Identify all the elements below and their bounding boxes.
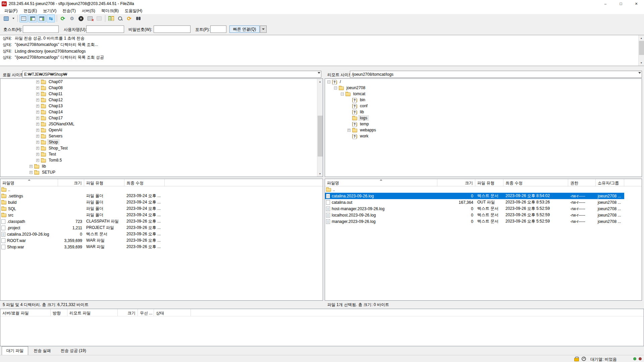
file-row[interactable]: .settings파일 폴더2023-09-24 오후 ... [0, 193, 165, 199]
expander-plus-icon[interactable]: + [36, 123, 39, 126]
tree-item[interactable]: −tomcat [325, 91, 642, 97]
tree-item[interactable]: +Shop_Test [0, 145, 323, 151]
menu-item[interactable]: 편집(E) [20, 7, 40, 14]
file-row[interactable]: src파일 폴더2023-09-24 오후 ... [0, 212, 165, 218]
column-header[interactable]: 파일 유형 [475, 179, 503, 186]
chevron-down-icon[interactable] [638, 72, 641, 74]
username-input[interactable] [86, 25, 124, 33]
tree-item[interactable]: +Chap14 [0, 109, 323, 115]
port-input[interactable] [210, 25, 226, 33]
expander-plus-icon[interactable]: + [36, 80, 39, 83]
file-row[interactable]: host-manager.2023-09-26.log0텍스트 문서2023-0… [325, 205, 624, 212]
tree-item[interactable]: +SETUP [0, 169, 323, 175]
expander-plus-icon[interactable]: + [30, 171, 33, 174]
tree-item[interactable]: +Shop [0, 139, 323, 145]
tree-item[interactable]: +Servers [0, 133, 323, 139]
tree-item[interactable]: −joeun2708 [325, 85, 642, 91]
scrollbar-thumb[interactable] [318, 116, 323, 157]
tree-item[interactable]: +Chap13 [0, 103, 323, 109]
expander-plus-icon[interactable]: + [347, 129, 351, 132]
close-button[interactable] [629, 0, 644, 7]
toggle-remote-tree-button[interactable] [38, 14, 46, 22]
queue-column-header[interactable]: 상태 [154, 309, 191, 316]
queue-column-header[interactable]: 서버/로컬 파일 [0, 309, 51, 316]
message-log-scrollbar[interactable]: ▲ ▼ [638, 35, 644, 66]
file-row[interactable]: localhost.2023-09-26.log0텍스트 문서2023-09-2… [325, 212, 624, 218]
expander-plus-icon[interactable]: + [36, 99, 39, 102]
toggle-message-log-button[interactable] [19, 14, 28, 22]
host-input[interactable] [23, 25, 59, 33]
local-tree-scrollbar[interactable]: ▲ ▼ [317, 79, 323, 177]
cancel-button[interactable] [77, 14, 85, 22]
menu-item[interactable]: 북마크(B) [98, 7, 122, 14]
expander-minus-icon[interactable]: − [334, 86, 337, 89]
tree-item[interactable]: −/ [325, 79, 642, 85]
queue-column-header[interactable]: 방향 [51, 309, 67, 316]
tree-item[interactable]: conf [325, 103, 642, 109]
maximize-button[interactable] [613, 0, 629, 7]
tree-item[interactable]: +Tom8.5 [0, 157, 323, 163]
reconnect-button[interactable] [95, 14, 103, 22]
site-manager-dropdown-button[interactable] [11, 14, 16, 22]
tree-item[interactable]: +Chap17 [0, 115, 323, 121]
column-header[interactable]: 권한 [568, 179, 596, 186]
column-header[interactable]: 파일명 [0, 179, 58, 186]
filename-filters-button[interactable] [116, 14, 124, 22]
column-header[interactable]: 파일 유형 [84, 179, 124, 186]
scroll-down-icon[interactable]: ▼ [639, 60, 644, 66]
site-manager-button[interactable] [2, 14, 10, 22]
expander-plus-icon[interactable]: + [36, 147, 39, 150]
file-row[interactable]: catalina.2023-09-26.log0텍스트 문서2023-09-26… [325, 193, 624, 199]
tree-item[interactable]: lib [325, 109, 642, 115]
queue-tab[interactable]: 전송 성공 (19) [56, 347, 91, 355]
tree-item[interactable]: +Chap08 [0, 85, 323, 91]
quickconnect-button[interactable]: 빠른 연결(Q) [229, 25, 260, 33]
tree-item[interactable]: +JSONandXML [0, 121, 323, 127]
local-site-combo[interactable]: E:₩TJE₩JSP₩Shop₩ [22, 71, 321, 78]
disconnect-button[interactable] [86, 14, 94, 22]
expander-plus-icon[interactable]: + [36, 93, 39, 96]
queue-column-header[interactable]: 리모트 파일 [67, 309, 118, 316]
tree-item[interactable]: +Chap12 [0, 97, 323, 103]
password-input[interactable] [154, 25, 191, 33]
chevron-down-icon[interactable] [318, 72, 320, 74]
tree-item[interactable]: logs [325, 115, 642, 121]
tree-item[interactable]: bin [325, 97, 642, 103]
column-header[interactable]: 소유자/그룹 [596, 179, 624, 186]
synchronized-browsing-button[interactable] [125, 14, 133, 22]
column-header[interactable]: 최종 수정 [503, 179, 568, 186]
queue-column-header[interactable]: 우선 ... [138, 309, 154, 316]
expander-plus-icon[interactable]: + [36, 141, 39, 144]
expander-plus-icon[interactable]: + [36, 111, 39, 114]
file-row[interactable]: catalina.2023-09-26.log0텍스트 문서2023-09-26… [0, 231, 165, 237]
tree-item[interactable]: temp [325, 121, 642, 127]
menu-item[interactable]: 서버(S) [79, 7, 98, 14]
expander-plus-icon[interactable]: + [36, 129, 39, 132]
directory-comparison-button[interactable] [107, 14, 115, 22]
scroll-up-icon[interactable]: ▲ [317, 79, 323, 84]
expander-minus-icon[interactable]: − [327, 80, 330, 83]
remote-site-combo[interactable]: /joeun2708/tomcat/logs [350, 71, 642, 78]
toggle-transfer-queue-button[interactable] [47, 14, 55, 22]
column-header[interactable]: 파일명 [325, 179, 437, 186]
menu-item[interactable]: 전송(T) [59, 7, 78, 14]
file-search-button[interactable] [134, 14, 143, 22]
scroll-up-icon[interactable]: ▲ [639, 35, 644, 41]
file-row[interactable]: .project1,211PROJECT 파일2023-09-26 오후 ... [0, 225, 165, 231]
quickconnect-dropdown-button[interactable] [260, 25, 267, 33]
menu-item[interactable]: 보기(V) [40, 7, 59, 14]
expander-minus-icon[interactable]: − [341, 93, 344, 96]
queue-tab[interactable]: 전송 실패 [29, 347, 55, 355]
tree-item[interactable]: +webapps [325, 127, 642, 133]
toggle-local-tree-button[interactable] [29, 14, 37, 22]
tree-item[interactable]: work [325, 133, 642, 139]
expander-plus-icon[interactable]: + [36, 135, 39, 138]
column-header[interactable]: 최종 수정 [124, 179, 165, 186]
expander-plus-icon[interactable]: + [36, 86, 39, 89]
menu-item[interactable]: 도움말(H) [122, 7, 146, 14]
scrollbar-thumb[interactable] [639, 41, 644, 55]
column-header[interactable]: 크기 [58, 179, 84, 186]
file-row[interactable]: catalina.out167,364OUT 파일2023-09-26 오후 8… [325, 199, 624, 205]
expander-plus-icon[interactable]: + [30, 165, 33, 168]
tree-item[interactable]: +Chap07 [0, 79, 323, 85]
